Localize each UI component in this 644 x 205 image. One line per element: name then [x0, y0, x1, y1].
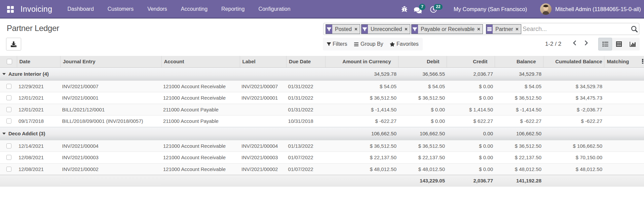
- column-header-journal-entry[interactable]: Journal Entry: [61, 56, 162, 67]
- column-header-balance[interactable]: Balance: [495, 56, 543, 67]
- row-checkbox[interactable]: [6, 107, 11, 112]
- group-total-credit: 0.00: [447, 127, 495, 140]
- menu-configuration[interactable]: Configuration: [252, 0, 297, 18]
- list-view-button[interactable]: [598, 38, 612, 50]
- user-menu[interactable]: Mitchell Admin (11884065-15-0-all): [555, 0, 641, 18]
- facet-remove-icon[interactable]: [515, 27, 519, 31]
- graph-view-button[interactable]: [626, 38, 640, 50]
- column-header-label[interactable]: Label: [240, 56, 287, 67]
- table-row[interactable]: 12/08/2021 INV/2021/00002 121000 Account…: [0, 163, 644, 175]
- row-checkbox-cell[interactable]: [0, 115, 17, 127]
- cell-debit: $ 48,012.50: [399, 163, 447, 175]
- cell-date: 12/14/2021: [17, 140, 61, 152]
- column-header-date[interactable]: Date: [17, 56, 61, 67]
- cell-debit: $ 36,512.50: [399, 140, 447, 152]
- row-checkbox-cell[interactable]: [0, 104, 17, 115]
- row-checkbox[interactable]: [6, 118, 11, 124]
- download-button[interactable]: [6, 38, 21, 50]
- cell-cumulated-balance: $ 106,662.50: [543, 140, 604, 152]
- menu-accounting[interactable]: Accounting: [174, 0, 214, 18]
- pager-next-button[interactable]: [581, 38, 591, 50]
- pager-previous-button[interactable]: [569, 38, 579, 50]
- row-checkbox-cell[interactable]: [0, 80, 17, 92]
- table-row[interactable]: 12/14/2021 INV/2021/00004 121000 Account…: [0, 140, 644, 152]
- column-header-debit[interactable]: Debit: [399, 56, 447, 67]
- menu-customers[interactable]: Customers: [101, 0, 140, 18]
- table-row[interactable]: 12/01/2021 INV/2021/00001 121000 Account…: [0, 92, 644, 104]
- group-total-amount: 34,529.78: [326, 67, 399, 80]
- select-all-checkbox[interactable]: [7, 59, 12, 64]
- cell-due-date: 01/07/2022: [287, 163, 326, 175]
- search-input[interactable]: Search...: [523, 23, 547, 35]
- row-checkbox-cell[interactable]: [0, 163, 17, 175]
- star-icon: [390, 42, 395, 47]
- row-checkbox-cell[interactable]: [0, 92, 17, 104]
- cell-date: 12/08/2021: [17, 163, 61, 175]
- menu-vendors[interactable]: Vendors: [141, 0, 174, 18]
- row-checkbox[interactable]: [6, 95, 11, 100]
- search-icon[interactable]: [631, 26, 638, 33]
- app-brand[interactable]: Invoicing: [21, 0, 52, 18]
- facet-remove-icon[interactable]: [404, 27, 408, 31]
- cell-balance: $ 22,137.50: [495, 152, 543, 164]
- table-row[interactable]: 09/17/2018 BILL/2018/09/0001 (INV/2018/0…: [0, 115, 644, 127]
- table-row[interactable]: 12/29/2021 INV/2021/00007 121000 Account…: [0, 80, 644, 92]
- footer-cell-empty: [287, 175, 326, 186]
- table-row[interactable]: 12/08/2021 INV/2021/00003 121000 Account…: [0, 152, 644, 164]
- filters-button[interactable]: Filters: [327, 38, 347, 50]
- row-checkbox[interactable]: [6, 167, 11, 172]
- row-checkbox[interactable]: [6, 143, 11, 148]
- facet-label-or: or: [442, 26, 446, 32]
- column-header-matching[interactable]: Matching: [604, 56, 644, 67]
- row-checkbox[interactable]: [6, 84, 11, 89]
- row-checkbox[interactable]: [6, 155, 11, 160]
- facet-label: Unreconciled: [371, 26, 402, 32]
- row-checkbox-cell[interactable]: [0, 152, 17, 164]
- times-glyph: [354, 27, 358, 31]
- cell-balance: $ 36,512.50: [495, 140, 543, 152]
- bug-icon[interactable]: [402, 6, 407, 12]
- company-switcher[interactable]: My Company (San Francisco): [454, 0, 527, 18]
- column-header-credit[interactable]: Credit: [447, 56, 495, 67]
- cell-due-date: 01/31/2022: [287, 80, 326, 92]
- group-row-deco-addict[interactable]: Deco Addict (3) 106,662.50 106,662.50 0.…: [0, 127, 644, 140]
- facet-label-part: Receivable: [448, 26, 475, 32]
- column-header-account[interactable]: Account: [161, 56, 240, 67]
- favorites-button[interactable]: Favorites: [390, 38, 419, 50]
- messages-badge: 7: [419, 4, 425, 10]
- cell-debit: $ 0.00: [399, 115, 447, 127]
- column-header-due-date[interactable]: Due Date: [287, 56, 326, 67]
- facet-remove-icon[interactable]: [354, 27, 358, 31]
- groupby-bars-icon: [486, 25, 493, 34]
- select-all-checkbox-cell[interactable]: [0, 56, 17, 67]
- facet-remove-icon[interactable]: [477, 27, 481, 31]
- cell-due-date: 01/07/2022: [287, 152, 326, 164]
- funnel-glyph: [327, 27, 331, 32]
- cell-balance: $ 36,512.50: [495, 92, 543, 104]
- row-checkbox-cell[interactable]: [0, 140, 17, 152]
- user-avatar[interactable]: [540, 3, 552, 15]
- menu-dashboard[interactable]: Dashboard: [61, 0, 101, 18]
- group-total-credit: 2,036.77: [447, 67, 495, 80]
- facet-value: Payable or Receivable: [418, 25, 483, 34]
- facet-label: Payable or Receivable: [421, 26, 475, 32]
- column-header-cumulated-balance[interactable]: Cumulated Balance: [543, 56, 604, 67]
- cell-empty: [604, 67, 644, 80]
- optional-columns-toggle[interactable]: [642, 59, 644, 64]
- cell-balance: $ -1,414.50: [495, 104, 543, 115]
- group-row-azure-interior[interactable]: Azure Interior (4) 34,529.78 36,566.55 2…: [0, 67, 644, 80]
- top-navbar: Invoicing Dashboard Customers Vendors Ac…: [0, 0, 644, 19]
- filter-icon: [327, 42, 331, 46]
- group-by-button[interactable]: Group By: [354, 38, 383, 50]
- cell-amount: $ 36,512.50: [326, 92, 399, 104]
- column-header-amount-in-currency[interactable]: Amount in Currency: [326, 56, 399, 67]
- pivot-view-button[interactable]: [612, 38, 626, 50]
- control-panel: Partner Ledger Posted Unreconciled: [0, 19, 644, 56]
- menu-reporting[interactable]: Reporting: [215, 0, 252, 18]
- avatar-photo: [540, 3, 552, 15]
- facet-value: Unreconciled: [368, 25, 410, 34]
- table-row[interactable]: 12/01/2021 BILL/2021/12/0001 211000 Acco…: [0, 104, 644, 115]
- cell-amount: $ -1,414.50: [326, 104, 399, 115]
- apps-menu-icon[interactable]: [7, 6, 14, 13]
- search-bar[interactable]: Posted Unreconciled Payable or R: [323, 23, 639, 35]
